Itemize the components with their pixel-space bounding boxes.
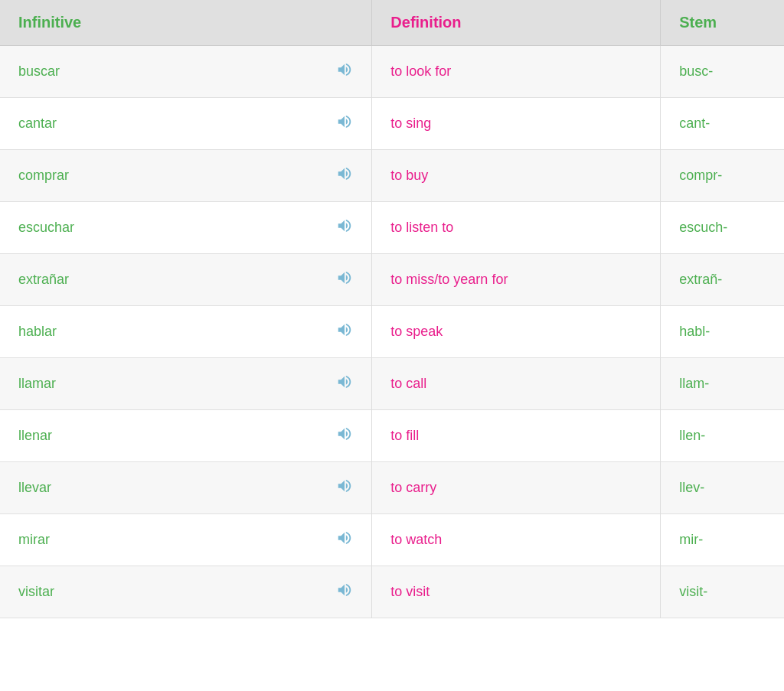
cell-audio[interactable] xyxy=(318,306,372,358)
audio-icon[interactable] xyxy=(336,430,353,445)
cell-audio[interactable] xyxy=(318,410,372,462)
cell-stem: visit- xyxy=(661,566,784,618)
cell-audio[interactable] xyxy=(318,358,372,410)
audio-icon[interactable] xyxy=(336,586,353,601)
cell-stem: compr- xyxy=(661,150,784,202)
table-row: llenarto fillllen- xyxy=(0,410,784,462)
table-header-row: Infinitive Definition Stem xyxy=(0,0,784,46)
cell-definition: to fill xyxy=(372,410,661,462)
table-row: mirarto watchmir- xyxy=(0,514,784,566)
cell-audio[interactable] xyxy=(318,98,372,150)
cell-definition: to buy xyxy=(372,150,661,202)
audio-icon[interactable] xyxy=(336,66,353,81)
audio-icon[interactable] xyxy=(336,378,353,393)
cell-stem: cant- xyxy=(661,98,784,150)
cell-stem: mir- xyxy=(661,514,784,566)
cell-definition: to call xyxy=(372,358,661,410)
header-stem: Stem xyxy=(661,0,784,46)
audio-icon[interactable] xyxy=(336,534,353,549)
header-audio xyxy=(318,0,372,46)
audio-icon[interactable] xyxy=(336,482,353,497)
header-definition: Definition xyxy=(372,0,661,46)
cell-definition: to speak xyxy=(372,306,661,358)
cell-infinitive: llamar xyxy=(0,358,318,410)
audio-icon[interactable] xyxy=(336,222,353,237)
audio-icon[interactable] xyxy=(336,274,353,289)
cell-audio[interactable] xyxy=(318,202,372,254)
audio-icon[interactable] xyxy=(336,170,353,185)
cell-infinitive: comprar xyxy=(0,150,318,202)
header-infinitive: Infinitive xyxy=(0,0,318,46)
cell-stem: escuch- xyxy=(661,202,784,254)
table-row: escucharto listen toescuch- xyxy=(0,202,784,254)
cell-definition: to look for xyxy=(372,46,661,98)
table-row: llevarto carryllev- xyxy=(0,462,784,514)
audio-icon[interactable] xyxy=(336,326,353,341)
cell-infinitive: llevar xyxy=(0,462,318,514)
table-row: cantarto singcant- xyxy=(0,98,784,150)
cell-definition: to sing xyxy=(372,98,661,150)
cell-stem: habl- xyxy=(661,306,784,358)
cell-stem: llev- xyxy=(661,462,784,514)
cell-infinitive: escuchar xyxy=(0,202,318,254)
cell-definition: to visit xyxy=(372,566,661,618)
cell-infinitive: extrañar xyxy=(0,254,318,306)
table-row: hablarto speakhabl- xyxy=(0,306,784,358)
cell-audio[interactable] xyxy=(318,462,372,514)
cell-infinitive: cantar xyxy=(0,98,318,150)
table-row: llamarto callllam- xyxy=(0,358,784,410)
table-row: buscarto look forbusc- xyxy=(0,46,784,98)
cell-stem: extrañ- xyxy=(661,254,784,306)
cell-audio[interactable] xyxy=(318,514,372,566)
cell-infinitive: buscar xyxy=(0,46,318,98)
cell-definition: to watch xyxy=(372,514,661,566)
cell-audio[interactable] xyxy=(318,150,372,202)
cell-infinitive: mirar xyxy=(0,514,318,566)
cell-definition: to listen to xyxy=(372,202,661,254)
cell-audio[interactable] xyxy=(318,46,372,98)
cell-stem: llen- xyxy=(661,410,784,462)
table-row: comprarto buycompr- xyxy=(0,150,784,202)
vocabulary-table: Infinitive Definition Stem buscarto look… xyxy=(0,0,784,618)
cell-audio[interactable] xyxy=(318,566,372,618)
cell-stem: llam- xyxy=(661,358,784,410)
cell-infinitive: hablar xyxy=(0,306,318,358)
cell-infinitive: llenar xyxy=(0,410,318,462)
cell-infinitive: visitar xyxy=(0,566,318,618)
cell-definition: to carry xyxy=(372,462,661,514)
table-row: extrañarto miss/to yearn forextrañ- xyxy=(0,254,784,306)
cell-audio[interactable] xyxy=(318,254,372,306)
table-row: visitarto visitvisit- xyxy=(0,566,784,618)
cell-stem: busc- xyxy=(661,46,784,98)
cell-definition: to miss/to yearn for xyxy=(372,254,661,306)
audio-icon[interactable] xyxy=(336,118,353,133)
